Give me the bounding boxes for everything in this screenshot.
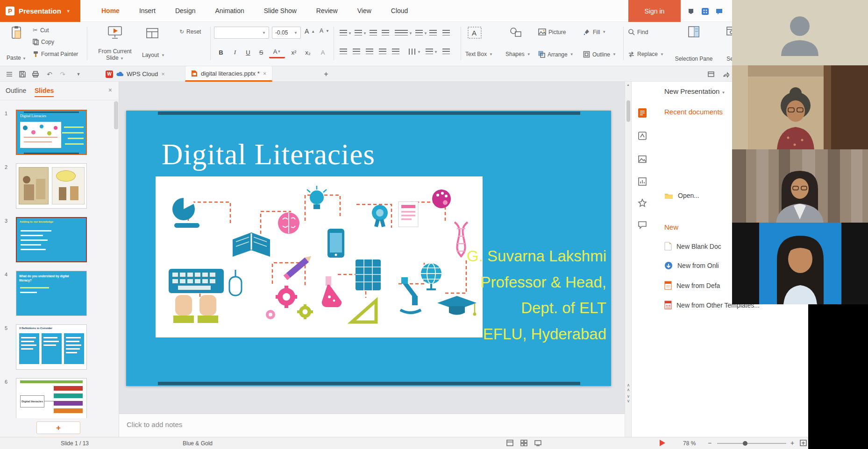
zoom-out-button[interactable]: − — [708, 439, 711, 447]
bold-button[interactable]: B — [215, 46, 227, 58]
app-menu-button[interactable]: P Presentation ▼ — [0, 0, 80, 22]
pane-document-icon[interactable] — [638, 108, 647, 118]
line-spacing-icon[interactable]: ▼ — [414, 28, 424, 38]
numbering-icon[interactable]: ▼ — [353, 28, 363, 38]
selection-pane-button[interactable]: Selection Pane — [674, 24, 714, 63]
slide-sorter-icon[interactable] — [520, 440, 528, 447]
font-name-select[interactable]: ▼ — [214, 27, 269, 39]
panel-scrollbar-thumb[interactable] — [114, 101, 118, 129]
outline-button[interactable]: Outline ▼ — [583, 51, 616, 58]
align-right-icon[interactable] — [364, 46, 375, 56]
distribute-justify-icon[interactable] — [391, 46, 401, 56]
columns-icon[interactable]: ▼ — [407, 46, 418, 56]
participant-video-1[interactable] — [732, 0, 868, 65]
bullets-icon[interactable]: ▼ — [338, 28, 349, 38]
notes-area[interactable]: Click to add notes — [119, 414, 625, 437]
vertical-align-icon[interactable]: ▼ — [424, 46, 434, 56]
open-button[interactable]: Open... — [664, 192, 699, 199]
reading-view-icon[interactable] — [534, 440, 542, 447]
new-blank-doc-button[interactable]: New Blank Doc — [664, 242, 721, 251]
pane-image-icon[interactable] — [638, 154, 647, 165]
scroll-up-icon[interactable]: ▲ — [626, 83, 630, 86]
decrease-indent-icon[interactable] — [368, 28, 378, 38]
close-icon[interactable]: × — [161, 70, 165, 77]
slide-editor-canvas[interactable]: Digital Literacies — [119, 82, 625, 437]
slide-thumbnail-5[interactable]: 3 Definitions to Consider — [16, 324, 87, 370]
pane-comment-icon[interactable] — [638, 221, 647, 231]
participant-video-4[interactable] — [732, 223, 868, 304]
normal-view-icon[interactable] — [506, 440, 514, 447]
subscript-button[interactable]: x₂ — [302, 46, 314, 58]
participant-video-2[interactable] — [732, 65, 868, 149]
clear-format-button[interactable]: A — [317, 46, 329, 58]
fill-button[interactable]: Fill ▼ — [583, 28, 606, 35]
from-current-slide-button[interactable]: From Current Slide ▼ — [92, 24, 137, 63]
premium-icon[interactable] — [686, 6, 696, 16]
menu-icon[interactable] — [5, 70, 14, 79]
underline-color-button[interactable]: A ▼ — [269, 46, 285, 58]
zoom-in-button[interactable]: + — [790, 439, 794, 447]
replace-button[interactable]: Replace ▼ — [628, 51, 664, 57]
tab-slide-show[interactable]: Slide Show — [254, 0, 306, 22]
tab-slides[interactable]: Slides — [35, 87, 54, 97]
add-slide-button[interactable]: + — [36, 421, 80, 434]
print-icon[interactable] — [31, 70, 40, 79]
text-direction-icon[interactable]: ▼ — [393, 28, 409, 38]
slide-thumbnail-2[interactable] — [16, 163, 87, 209]
slide-thumbnail-1[interactable]: Digital Literacies — [16, 110, 87, 155]
tab-animation[interactable]: Animation — [206, 0, 254, 22]
slide-credits[interactable]: G. Suvarna Lakshmi Professor & Head, Dep… — [382, 243, 606, 347]
pane-chart-icon[interactable] — [638, 177, 647, 187]
tab-insert[interactable]: Insert — [129, 0, 165, 22]
copy-button[interactable]: Copy — [33, 39, 54, 45]
task-pane-title[interactable]: New Presentation ▼ — [664, 87, 726, 95]
tab-design[interactable]: Design — [165, 0, 206, 22]
sign-in-button[interactable]: Sign in — [628, 0, 681, 22]
underline-button[interactable]: U — [242, 46, 254, 58]
new-from-online-button[interactable]: New from Onli — [664, 261, 719, 270]
text-box-button[interactable]: Text Box ▼ — [465, 51, 493, 57]
cut-button[interactable]: ✂ Cut — [33, 27, 49, 34]
tab-cloud[interactable]: Cloud — [381, 0, 418, 22]
tab-list-icon[interactable] — [706, 70, 716, 79]
layout-button[interactable]: Layout ▼ — [142, 52, 165, 58]
format-painter-button[interactable]: Format Painter — [33, 51, 78, 57]
editor-scrollbar[interactable]: ▲ ∧∧ ∨∨ — [625, 82, 631, 437]
grow-font-button[interactable]: A▲ — [305, 28, 315, 35]
close-icon[interactable]: × — [263, 70, 267, 77]
slide-title[interactable]: Digital Literacies — [162, 138, 375, 172]
new-from-default-button[interactable]: New from Defa — [664, 281, 720, 290]
font-size-select[interactable]: -0.05 ▼ — [272, 27, 301, 39]
play-slideshow-button[interactable] — [658, 439, 665, 446]
save-icon[interactable] — [18, 70, 27, 79]
zoom-slider-handle[interactable] — [743, 441, 747, 446]
character-spacing-icon[interactable] — [441, 28, 451, 38]
reset-button[interactable]: ↻ Reset — [179, 28, 201, 35]
participant-video-3[interactable] — [732, 149, 868, 223]
recent-documents-link[interactable]: Recent documents — [664, 108, 723, 116]
doc-tab-wps-cloud[interactable]: W WPS Cloud × — [100, 66, 171, 82]
superscript-button[interactable]: x² — [288, 46, 300, 58]
slide-thumbnail-6[interactable]: Digital literacies — [16, 378, 87, 418]
picture-button[interactable]: Picture — [538, 28, 566, 35]
find-button[interactable]: Find — [628, 28, 648, 35]
undo-icon[interactable]: ↶ — [45, 70, 54, 79]
arrange-button[interactable]: Arrange ▼ — [538, 51, 574, 58]
paste-button[interactable]: Paste ▼ — [4, 24, 29, 63]
increase-indent-icon[interactable] — [380, 28, 391, 38]
fit-to-window-icon[interactable] — [800, 440, 807, 447]
scrollbar-thumb[interactable] — [626, 100, 630, 122]
chat-icon[interactable] — [714, 6, 724, 16]
new-tab-button[interactable]: + — [321, 70, 331, 79]
chevron-down-icon[interactable]: ▼ — [74, 70, 83, 79]
theme-name[interactable]: Blue & Gold — [183, 440, 213, 447]
shrink-font-button[interactable]: A▼ — [320, 28, 329, 34]
pane-animation-icon[interactable] — [638, 198, 647, 209]
pane-format-icon[interactable] — [638, 131, 647, 141]
previous-slide-button[interactable]: ∧∧ — [626, 383, 631, 392]
redo-icon[interactable]: ↷ — [58, 70, 67, 79]
align-left-icon[interactable] — [338, 46, 349, 56]
shapes-button[interactable]: Shapes ▼ — [505, 51, 531, 57]
distribute-text-icon[interactable] — [428, 28, 438, 38]
slide-thumbnail-3[interactable]: Adding to our knowledge — [16, 217, 87, 262]
